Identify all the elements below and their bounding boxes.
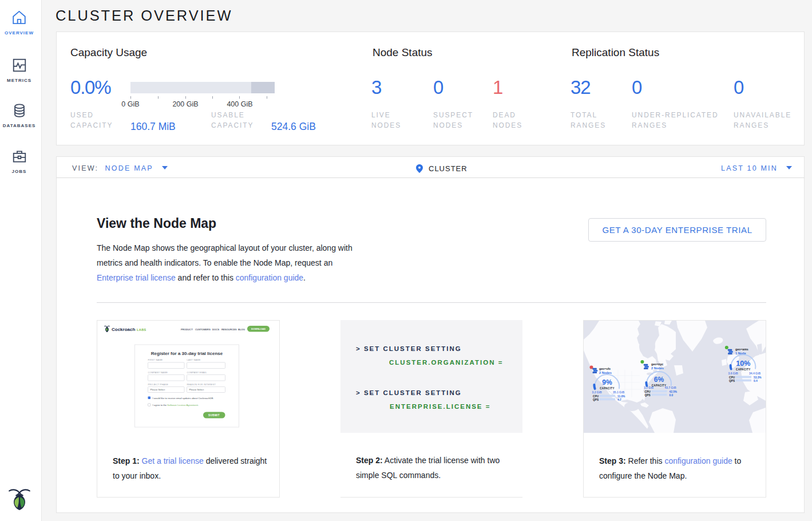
svg-text:DOCS: DOCS — [212, 328, 219, 331]
svg-text:Please Select: Please Select — [150, 388, 165, 391]
svg-text:0.4: 0.4 — [754, 380, 758, 382]
svg-text:COMPANY NAME: COMPANY NAME — [148, 372, 168, 374]
svg-text:geo=nyc: geo=nyc — [651, 362, 663, 366]
svg-text:42.5%: 42.5% — [670, 390, 678, 393]
svg-text:QPS: QPS — [593, 398, 599, 401]
svg-text:0 GiB: 0 GiB — [121, 100, 139, 108]
svg-text:35.1 GiB: 35.1 GiB — [613, 390, 624, 394]
svg-text:ENTERPRISE.LICENSE =: ENTERPRISE.LICENSE = — [390, 403, 490, 410]
svg-text:> SET CLUSTER SETTING: > SET CLUSTER SETTING — [356, 389, 462, 396]
svg-text:400 GiB: 400 GiB — [227, 100, 252, 108]
svg-text:QPS: QPS — [645, 394, 651, 397]
svg-text:4.7: 4.7 — [617, 398, 621, 401]
svg-text:34.4 GiB: 34.4 GiB — [749, 372, 760, 375]
svg-text:11.0%: 11.0% — [617, 395, 625, 398]
svg-text:CUSTOMERS: CUSTOMERS — [195, 328, 211, 331]
svg-text:PRODUCT: PRODUCT — [181, 328, 193, 331]
svg-text:I agree to the Software Licens: I agree to the Software License Agreemen… — [153, 404, 199, 406]
svg-text:Please Select: Please Select — [189, 388, 204, 391]
svg-text:200 GiB: 200 GiB — [172, 100, 198, 108]
svg-text:COMPANY EMAIL: COMPANY EMAIL — [187, 372, 207, 374]
svg-text:43.7 GiB: 43.7 GiB — [664, 386, 676, 389]
svg-text:3.2 GiB: 3.2 GiB — [592, 390, 603, 394]
svg-text:3.6 GiB: 3.6 GiB — [728, 372, 739, 375]
svg-text:geo=sfo: geo=sfo — [599, 367, 611, 370]
svg-text:SUBMIT: SUBMIT — [208, 414, 220, 417]
svg-text:LABS: LABS — [137, 328, 146, 331]
svg-text:FIRST NAME: FIRST NAME — [148, 359, 163, 361]
svg-text:Register for a 30-day trial li: Register for a 30-day trial license — [151, 351, 223, 356]
svg-text:CLUSTER.ORGANIZATION =: CLUSTER.ORGANIZATION = — [389, 359, 503, 366]
svg-text:53.3%: 53.3% — [754, 376, 762, 379]
svg-text:BLOG: BLOG — [238, 328, 245, 331]
svg-text:6%: 6% — [654, 376, 664, 384]
svg-text:3.7 GiB: 3.7 GiB — [644, 386, 654, 389]
svg-text:RESOURCES: RESOURCES — [221, 328, 237, 331]
svg-text:0.0: 0.0 — [670, 394, 674, 397]
svg-text:QPS: QPS — [729, 380, 735, 382]
svg-text:Cockroach: Cockroach — [112, 327, 135, 332]
svg-text:PROJECT PHASE: PROJECT PHASE — [148, 384, 169, 386]
svg-text:CPU: CPU — [645, 390, 651, 393]
svg-text:REASON FOR INTEREST: REASON FOR INTEREST — [187, 384, 216, 386]
svg-text:9%: 9% — [602, 378, 612, 386]
svg-text:geo=ams: geo=ams — [735, 348, 748, 351]
svg-text:10%: 10% — [736, 360, 750, 368]
svg-text:> SET CLUSTER SETTING: > SET CLUSTER SETTING — [356, 345, 462, 352]
svg-text:CAPACITY: CAPACITY — [652, 384, 667, 387]
svg-text:2 Nodes: 2 Nodes — [651, 366, 664, 370]
svg-text:CPU: CPU — [593, 395, 599, 398]
svg-text:CPU: CPU — [729, 376, 735, 379]
svg-text:LAST NAME: LAST NAME — [187, 359, 201, 361]
svg-text:CAPACITY: CAPACITY — [736, 368, 751, 371]
svg-text:I would like to receive email: I would like to receive email updates ab… — [153, 397, 214, 400]
svg-text:DOWNLOAD: DOWNLOAD — [251, 327, 266, 330]
svg-text:CAPACITY: CAPACITY — [600, 387, 615, 390]
